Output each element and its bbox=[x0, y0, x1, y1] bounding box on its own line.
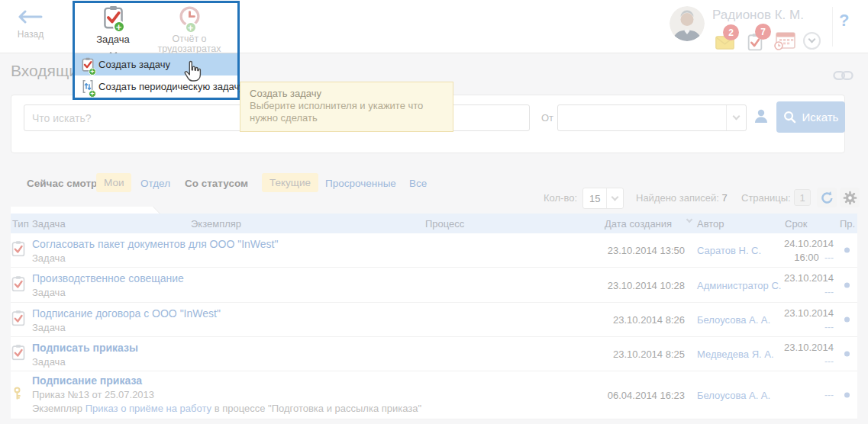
tooltip: Создать задачу Выберите исполнителя и ук… bbox=[240, 82, 453, 132]
count-select[interactable]: 15 bbox=[582, 188, 624, 209]
search-button[interactable]: Искать bbox=[776, 101, 845, 133]
search-button-label: Искать bbox=[802, 111, 839, 124]
task-subtitle: Приказ №13 от 25.07.2013 bbox=[32, 389, 154, 400]
sort-desc-icon bbox=[686, 217, 692, 223]
col-created-sort[interactable]: Дата создания bbox=[605, 218, 672, 230]
plus-icon: + bbox=[89, 90, 96, 98]
process-key-icon bbox=[11, 387, 23, 404]
due-dash: --- bbox=[824, 356, 834, 367]
author-link[interactable]: Администратор С. bbox=[697, 279, 781, 291]
task-link[interactable]: Производственное совещание bbox=[32, 272, 184, 284]
task-subtitle: Задача bbox=[32, 252, 66, 264]
user-photo bbox=[670, 6, 705, 41]
due-dash: --- bbox=[824, 252, 834, 263]
instance-link[interactable]: Приказ о приёме на работу bbox=[86, 403, 211, 414]
calendar-icon bbox=[774, 32, 795, 50]
created-date: 23.10.2014 8:26 bbox=[613, 314, 685, 326]
tooltip-title: Создать задачу bbox=[250, 88, 444, 99]
author-link[interactable]: Медведева Я. А. bbox=[697, 349, 774, 360]
from-label: От bbox=[541, 112, 553, 124]
tasks-table: Тип Задача Экземпляр Процесс Дата создан… bbox=[11, 214, 857, 419]
task-link[interactable]: Согласовать пакет документов для ООО "In… bbox=[32, 238, 278, 250]
toolbar: + Задача + Отчёт о трудозатратах bbox=[75, 3, 237, 53]
plus-icon: + bbox=[185, 21, 197, 34]
report-button[interactable]: + Отчёт о трудозатратах bbox=[145, 5, 234, 54]
pick-user-button[interactable] bbox=[753, 108, 769, 127]
col-instance: Экземпляр bbox=[191, 218, 241, 230]
due-date: --- bbox=[824, 388, 834, 402]
back-button[interactable]: Назад bbox=[12, 10, 49, 40]
pages-label: Страницы: bbox=[741, 192, 791, 204]
due-date: 23.10.2014 --- bbox=[784, 271, 834, 299]
due-dash: --- bbox=[824, 390, 834, 400]
toolbar-highlight: + Задача + Отчёт о трудозатратах + Созда… bbox=[73, 1, 240, 100]
due-date: 23.10.2014 --- bbox=[784, 341, 834, 368]
presence-dot bbox=[844, 282, 850, 287]
avatar[interactable] bbox=[670, 6, 705, 41]
user-name: Радионов К. М. bbox=[712, 8, 804, 23]
table-header: Тип Задача Экземпляр Процесс Дата создан… bbox=[11, 214, 857, 233]
created-date: 23.10.2014 10:28 bbox=[608, 279, 685, 291]
task-type-icon bbox=[11, 241, 25, 260]
task-button[interactable]: + Задача bbox=[82, 5, 144, 59]
refresh-button[interactable] bbox=[817, 188, 837, 207]
task-button-label: Задача bbox=[82, 34, 144, 45]
filter-status-label: Со статусом bbox=[185, 178, 248, 189]
help-button[interactable]: ? bbox=[839, 11, 849, 31]
user-menu-button[interactable] bbox=[803, 32, 821, 50]
back-label: Назад bbox=[12, 29, 49, 40]
task-instance-line: Экземпляр Приказ о приёме на работу в пр… bbox=[32, 403, 421, 414]
task-link[interactable]: Подписание приказа bbox=[32, 374, 142, 387]
task-subtitle: Задача bbox=[32, 287, 66, 298]
menu-item-label: Создать задачу bbox=[98, 53, 170, 75]
filter-department[interactable]: Отдел bbox=[140, 178, 170, 189]
topbar-divider bbox=[832, 7, 833, 47]
col-type: Тип bbox=[12, 218, 29, 230]
due-date: 24.10.2014 16:00 --- bbox=[784, 237, 834, 265]
table-row: Подписать приказы Задача 23.10.2014 8:25… bbox=[11, 337, 857, 371]
link-button[interactable] bbox=[833, 69, 853, 85]
mail-badge: 2 bbox=[723, 24, 739, 40]
author-link[interactable]: Белоусова А. А. bbox=[697, 314, 770, 326]
count-value: 15 bbox=[589, 193, 600, 204]
task-subtitle: Задача bbox=[32, 356, 66, 368]
author-link[interactable]: Саратов Н. С. bbox=[697, 245, 761, 256]
gear-icon bbox=[843, 191, 857, 205]
created-date: 06.04.2014 16:23 bbox=[608, 390, 685, 401]
table-row: Подписание приказа Приказ №13 от 25.07.2… bbox=[11, 371, 857, 419]
task-link[interactable]: Подписать приказы bbox=[32, 342, 138, 354]
plus-icon: + bbox=[89, 68, 96, 75]
found-label: Найдено записей: 7 bbox=[636, 192, 728, 204]
presence-dot bbox=[844, 317, 850, 323]
search-icon bbox=[783, 111, 796, 124]
count-label: Кол-во: bbox=[544, 192, 577, 204]
filter-all[interactable]: Все bbox=[409, 178, 427, 189]
menu-item-label: Создать периодическую задачу bbox=[98, 75, 244, 98]
filter-overdue[interactable]: Просроченные bbox=[325, 178, 396, 189]
plus-icon: + bbox=[113, 21, 125, 33]
due-date: 23.10.2014 --- bbox=[784, 307, 834, 334]
report-button-label: Отчёт о трудозатратах bbox=[145, 34, 234, 54]
chevron-down-icon bbox=[611, 193, 619, 201]
due-dash: --- bbox=[824, 322, 834, 332]
menu-item-create-periodic-task[interactable]: + Создать периодическую задачу bbox=[75, 75, 237, 98]
menu-item-create-task[interactable]: + Создать задачу bbox=[75, 53, 237, 75]
chevron-down-icon bbox=[733, 113, 741, 120]
timesheet-report-icon: + bbox=[178, 18, 202, 31]
calendar-button[interactable] bbox=[774, 32, 795, 53]
task-link[interactable]: Подписание договора с ООО "InWest" bbox=[32, 307, 221, 320]
refresh-icon bbox=[820, 191, 834, 205]
author-link[interactable]: Белоусова А. А. bbox=[697, 390, 770, 401]
due-dash: --- bbox=[824, 287, 834, 297]
tooltip-body: Выберите исполнителя и укажите что нужно… bbox=[250, 100, 444, 124]
page-1-button[interactable]: 1 bbox=[794, 189, 811, 206]
from-select[interactable] bbox=[557, 104, 747, 131]
found-value: 7 bbox=[721, 192, 727, 204]
col-process: Процесс bbox=[425, 218, 464, 230]
create-task-icon: + bbox=[82, 57, 94, 75]
filter-my[interactable]: Мои bbox=[96, 173, 131, 192]
settings-button[interactable] bbox=[840, 188, 860, 207]
col-author: Автор bbox=[697, 218, 724, 230]
filter-current[interactable]: Текущие bbox=[262, 173, 318, 192]
table-row: Производственное совещание Задача 23.10.… bbox=[11, 268, 857, 303]
